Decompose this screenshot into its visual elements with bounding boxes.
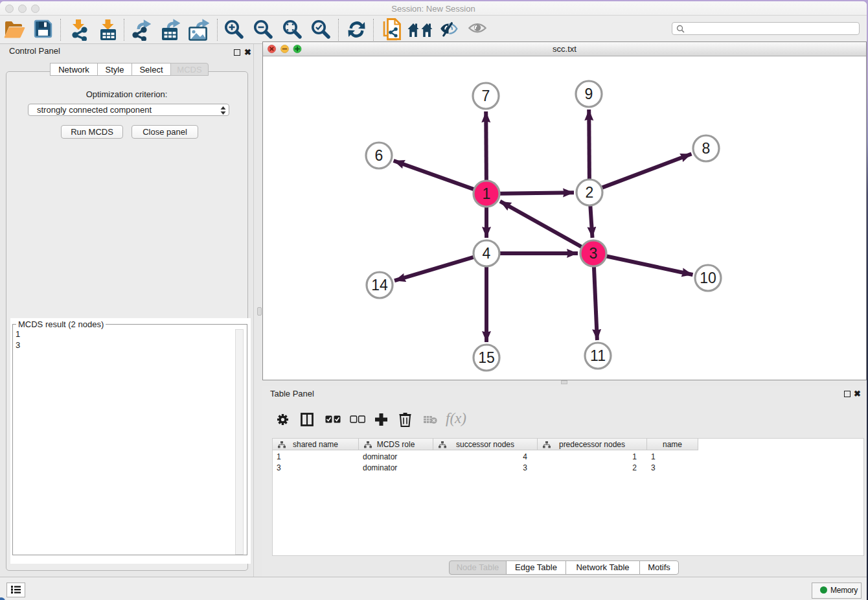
svg-text:3: 3 [589, 245, 598, 262]
svg-text:7: 7 [482, 87, 490, 104]
svg-text:15: 15 [478, 349, 495, 366]
svg-text:2: 2 [586, 184, 594, 201]
svg-text:6: 6 [375, 147, 383, 164]
svg-text:11: 11 [590, 347, 606, 364]
svg-text:4: 4 [483, 245, 491, 262]
svg-text:10: 10 [700, 270, 716, 286]
svg-text:8: 8 [702, 140, 711, 157]
svg-text:9: 9 [585, 86, 593, 102]
svg-text:1: 1 [483, 185, 491, 202]
svg-text:14: 14 [371, 277, 388, 294]
